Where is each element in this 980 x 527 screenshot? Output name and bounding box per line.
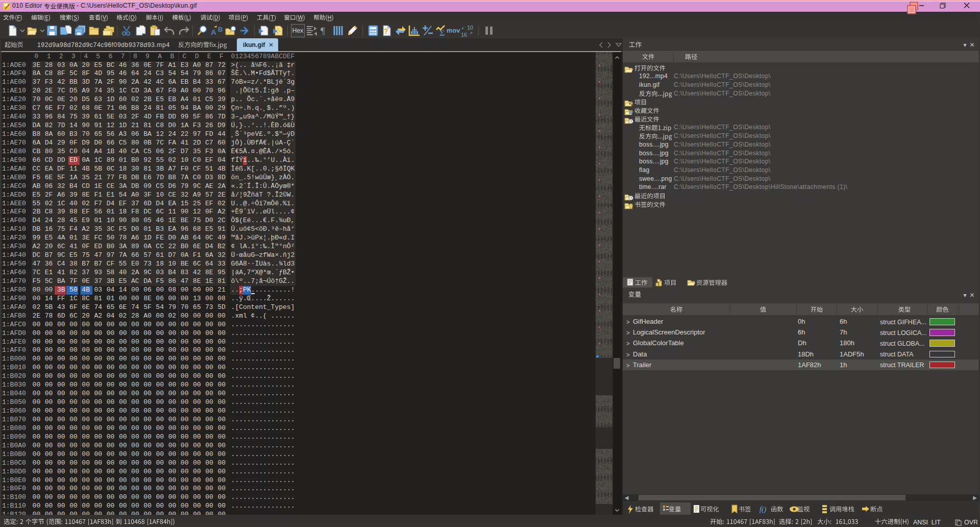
svg-text:¶: ¶ — [321, 26, 325, 36]
svg-text:B: B — [218, 26, 223, 33]
svg-text:Σ: Σ — [439, 29, 445, 37]
svg-text:A: A — [211, 28, 216, 36]
svg-text:?: ? — [384, 27, 388, 35]
svg-text:10: 10 — [467, 25, 473, 31]
svg-text:16: 16 — [461, 32, 467, 37]
